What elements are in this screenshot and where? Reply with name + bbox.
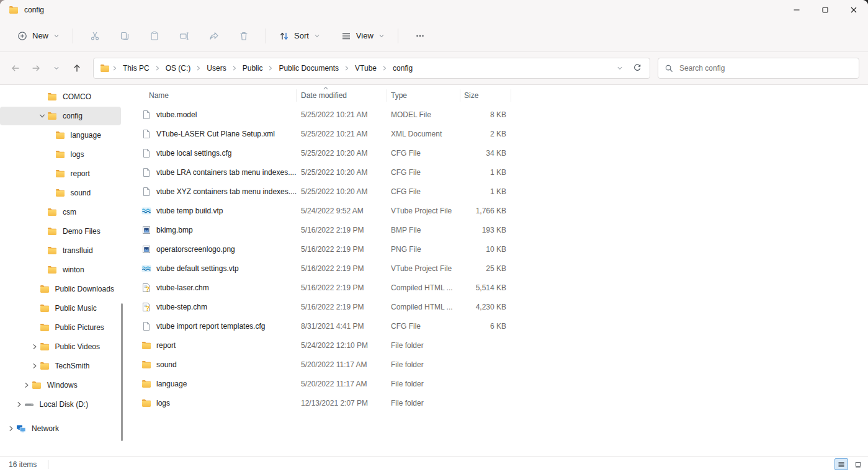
forward-button[interactable] <box>25 58 46 79</box>
address-bar[interactable]: This PCOS (C:)UsersPublicPublic Document… <box>93 58 650 79</box>
breadcrumb-item-users[interactable]: Users <box>202 61 230 76</box>
file-row-operatorscreenlogo-png[interactable]: operatorscreenlogo.png5/16/2022 2:19 PMP… <box>138 239 868 259</box>
file-row-vtube-import-report-templates-cfg[interactable]: vtube import report templates.cfg8/31/20… <box>138 316 868 336</box>
search-box[interactable] <box>658 58 859 79</box>
chevron-right-icon[interactable] <box>30 342 40 352</box>
status-bar: 16 items <box>0 456 868 472</box>
chevron-right-icon[interactable] <box>6 424 16 434</box>
sidebar-item-config[interactable]: config <box>0 107 121 125</box>
file-row-report[interactable]: report5/24/2022 12:10 PMFile folder <box>138 336 868 355</box>
file-row-vtube-laser-cut-plane-setup-xml[interactable]: VTube-LASER Cut Plane Setup.xml5/25/2022… <box>138 124 868 143</box>
chevron-right-icon[interactable] <box>30 361 40 371</box>
address-dropdown-button[interactable] <box>611 60 629 77</box>
folder-icon <box>141 360 151 370</box>
file-row-vtube-step-chm[interactable]: vtube-step.chm5/16/2022 2:19 PMCompiled … <box>138 297 868 316</box>
breadcrumb-separator-icon <box>112 65 118 71</box>
copy-button[interactable] <box>112 25 137 47</box>
sidebar-item-report[interactable]: report <box>0 164 121 183</box>
file-row-vtube-lra-containers-tab-menu-indexes[interactable]: vtube LRA containers tab menu indexes...… <box>138 163 868 182</box>
file-name-cell: vtube local settings.cfg <box>138 148 297 158</box>
sidebar-item-public-music[interactable]: Public Music <box>0 299 121 318</box>
toolbar-actions <box>80 25 259 47</box>
minimize-button[interactable] <box>782 0 811 20</box>
file-row-language[interactable]: language5/20/2022 11:17 AMFile folder <box>138 374 868 393</box>
file-row-vtube-local-settings-cfg[interactable]: vtube local settings.cfg5/25/2022 10:20 … <box>138 143 868 163</box>
chevron-down-icon <box>53 33 60 39</box>
sidebar-item-language[interactable]: language <box>0 126 121 145</box>
file-row-vtube-temp-build-vtp[interactable]: vtube temp build.vtp5/24/2022 9:52 AMVTu… <box>138 201 868 220</box>
file-type: CFG File <box>387 322 460 331</box>
file-type: PNG File <box>387 245 460 254</box>
up-button[interactable] <box>66 58 87 79</box>
sidebar-item-techsmith[interactable]: TechSmith <box>0 357 121 375</box>
folder-icon <box>55 188 65 198</box>
folder-icon <box>55 130 65 140</box>
sidebar-item-sound[interactable]: sound <box>0 184 121 202</box>
column-header-name[interactable]: Name <box>138 89 297 102</box>
share-button[interactable] <box>202 25 226 47</box>
breadcrumb-item-public[interactable]: Public <box>238 61 267 76</box>
file-type: File folder <box>387 341 460 350</box>
sidebar-item-comco[interactable]: COMCO <box>0 87 121 106</box>
file-row-vtube-laser-chm[interactable]: vtube-laser.chm5/16/2022 2:19 PMCompiled… <box>138 278 868 297</box>
close-button[interactable] <box>839 0 868 20</box>
sidebar-item-winton[interactable]: winton <box>0 260 121 279</box>
breadcrumb-item-vtube[interactable]: VTube <box>351 61 381 76</box>
folder-icon <box>141 379 151 389</box>
sidebar-item-windows[interactable]: Windows <box>0 376 121 394</box>
file-type: Compiled HTML ... <box>387 283 460 292</box>
sidebar-item-public-videos[interactable]: Public Videos <box>0 337 121 356</box>
chevron-right-icon[interactable] <box>14 399 24 409</box>
breadcrumb-item-os-c[interactable]: OS (C:) <box>161 61 195 76</box>
recent-locations-button[interactable] <box>46 58 66 79</box>
breadcrumb-separator-icon <box>154 65 161 71</box>
file-name: vtube-step.chm <box>156 303 207 311</box>
sidebar-item-transfluid[interactable]: transfluid <box>0 241 121 260</box>
image-icon <box>141 244 151 254</box>
details-view-button[interactable] <box>834 458 848 470</box>
sort-button[interactable]: Sort <box>273 27 326 45</box>
file-row-vtube-xyz-containers-tab-menu-indexes[interactable]: vtube XYZ containers tab menu indexes...… <box>138 182 868 201</box>
paste-button[interactable] <box>142 25 167 47</box>
breadcrumb-item-public-documents[interactable]: Public Documents <box>274 61 343 76</box>
view-button[interactable]: View <box>335 27 391 45</box>
file-icon <box>141 187 151 197</box>
sidebar-item-demo-files[interactable]: Demo Files <box>0 222 121 241</box>
sidebar-item-csm[interactable]: csm <box>0 203 121 221</box>
chevron-down-icon[interactable] <box>37 111 47 121</box>
cut-button[interactable] <box>83 25 107 47</box>
file-size: 193 KB <box>460 226 511 234</box>
sidebar-item-local-disk-d[interactable]: Local Disk (D:) <box>0 395 121 414</box>
folder-icon <box>40 323 50 332</box>
file-row-sound[interactable]: sound5/20/2022 11:17 AMFile folder <box>138 355 868 374</box>
chevron-right-icon[interactable] <box>22 380 32 390</box>
back-button[interactable] <box>5 58 25 79</box>
maximize-button[interactable] <box>811 0 839 20</box>
file-row-vtube-default-settings-vtp[interactable]: vtube default settings.vtp5/16/2022 2:19… <box>138 259 868 278</box>
breadcrumb-item-this-pc[interactable]: This PC <box>119 61 154 76</box>
file-row-vtube-model[interactable]: vtube.model5/25/2022 10:21 AMMODEL File8… <box>138 105 868 124</box>
sidebar-scrollbar[interactable] <box>121 303 123 441</box>
new-button[interactable]: New <box>11 27 66 45</box>
sidebar-item-public-pictures[interactable]: Public Pictures <box>0 318 121 337</box>
breadcrumb-item-config[interactable]: config <box>388 61 417 76</box>
file-name-cell: vtube default settings.vtp <box>138 264 297 274</box>
refresh-button[interactable] <box>629 60 646 77</box>
folder-icon <box>40 303 50 313</box>
thumbnails-view-button[interactable] <box>851 458 865 470</box>
sidebar-item-logs[interactable]: logs <box>0 145 121 164</box>
search-input[interactable] <box>679 64 852 73</box>
rename-button[interactable] <box>172 25 197 47</box>
file-date-modified: 5/16/2022 2:19 PM <box>297 303 387 311</box>
toolbar-divider <box>398 29 398 43</box>
column-header-type[interactable]: Type <box>387 89 460 102</box>
sidebar-item-public-downloads[interactable]: Public Downloads <box>0 280 121 298</box>
delete-button[interactable] <box>231 25 256 47</box>
sidebar-item-network[interactable]: Network <box>0 419 121 438</box>
column-header-size[interactable]: Size <box>460 89 511 102</box>
cut-icon <box>90 31 100 41</box>
file-row-bkimg-bmp[interactable]: bkimg.bmp5/16/2022 2:19 PMBMP File193 KB <box>138 220 868 239</box>
column-header-date-modified[interactable]: Date modified <box>297 89 387 102</box>
file-row-logs[interactable]: logs12/13/2021 2:07 PMFile folder <box>138 393 868 412</box>
see-more-button[interactable] <box>408 25 432 47</box>
